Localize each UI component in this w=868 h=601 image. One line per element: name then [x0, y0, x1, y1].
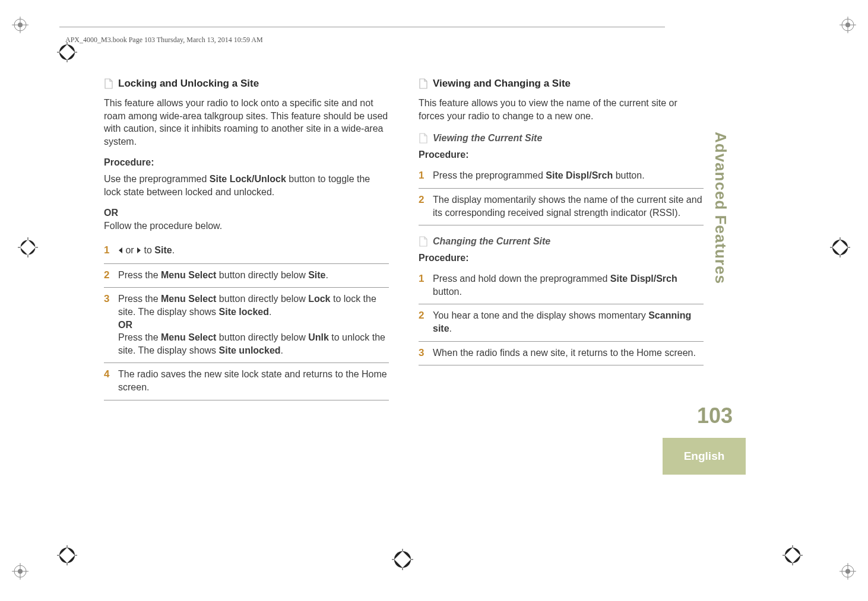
- step-item: The display momentarily shows the name o…: [419, 190, 704, 225]
- text: .: [172, 245, 175, 255]
- subsection-title: Changing the Current Site: [433, 235, 550, 248]
- registration-mark-icon: [830, 237, 850, 257]
- document-icon: [419, 133, 428, 144]
- crop-mark-icon: [840, 17, 856, 33]
- subsection-title: Viewing the Current Site: [433, 132, 542, 145]
- text: Press the: [118, 332, 161, 342]
- text: button directly below: [216, 332, 308, 342]
- procedure-label: Procedure:: [419, 252, 704, 265]
- display-text: Site locked: [219, 307, 269, 317]
- text: button.: [433, 287, 462, 297]
- text: or: [123, 245, 137, 255]
- text: Press and hold down the preprogrammed: [433, 274, 610, 284]
- registration-mark-icon: [18, 237, 38, 257]
- running-header: APX_4000_M3.book Page 103 Thursday, Marc…: [65, 36, 263, 44]
- chapter-tab-label: Advanced Features: [711, 132, 730, 284]
- step-item: You hear a tone and the display shows mo…: [419, 306, 704, 341]
- text: Press the: [118, 294, 161, 304]
- crop-mark-icon: [12, 563, 28, 580]
- page-number: 103: [697, 403, 733, 428]
- display-text: Site: [308, 270, 325, 280]
- text: Press the preprogrammed: [433, 170, 546, 180]
- side-tab: Advanced Features 103 English: [708, 89, 733, 475]
- procedure-text: Use the preprogrammed Site Lock/Unlock b…: [104, 173, 389, 198]
- language-block: English: [663, 438, 746, 475]
- registration-mark-icon: [57, 545, 77, 565]
- or-label: OR: [118, 320, 132, 330]
- button-name: Site Displ/Srch: [546, 170, 613, 180]
- text: button directly below: [216, 294, 308, 304]
- document-icon: [104, 78, 113, 89]
- display-text: Site unlocked: [219, 345, 281, 355]
- section-title: Locking and Unlocking a Site: [118, 77, 259, 91]
- page-body: Locking and Unlocking a Site This featur…: [104, 77, 704, 492]
- display-text: Unlk: [308, 332, 329, 342]
- text: to: [141, 245, 154, 255]
- display-text: Site: [154, 245, 172, 255]
- text: .: [325, 270, 328, 280]
- registration-mark-icon: [57, 42, 77, 62]
- button-name: Menu Select: [161, 294, 216, 304]
- left-column: Locking and Unlocking a Site This featur…: [104, 77, 389, 492]
- or-label: OR: [104, 206, 389, 220]
- header-rule: [59, 27, 665, 27]
- step-item: Press the Menu Select button directly be…: [104, 265, 389, 288]
- section-heading: Viewing and Changing a Site: [419, 77, 704, 91]
- step-item: The radio saves the new site lock state …: [104, 364, 389, 400]
- text: .: [269, 307, 271, 317]
- intro-text: This feature allows your radio to lock o…: [104, 97, 389, 148]
- crop-mark-icon: [840, 563, 856, 580]
- left-arrow-icon: [118, 244, 123, 257]
- registration-mark-icon: [783, 545, 803, 565]
- chapter-tab: Advanced Features: [708, 89, 733, 326]
- button-name: Site Lock/Unlock: [210, 174, 286, 184]
- text: Use the preprogrammed: [104, 174, 210, 184]
- procedure-label: Procedure:: [419, 148, 704, 161]
- right-column: Viewing and Changing a Site This feature…: [419, 77, 704, 492]
- button-name: Menu Select: [161, 270, 216, 280]
- text: Press the: [118, 270, 161, 280]
- section-heading: Locking and Unlocking a Site: [104, 77, 389, 91]
- registration-mark-icon: [392, 549, 413, 570]
- right-arrow-icon: [137, 244, 141, 257]
- intro-text: This feature allows you to view the name…: [419, 97, 704, 122]
- procedure-label: Procedure:: [104, 156, 389, 169]
- subsection-heading: Changing the Current Site: [419, 235, 704, 248]
- step-item: When the radio finds a new site, it retu…: [419, 343, 704, 366]
- step-item: or to Site.: [104, 240, 389, 264]
- text: .: [449, 323, 452, 333]
- text: .: [281, 345, 283, 355]
- step-item: Press the preprogrammed Site Displ/Srch …: [419, 166, 704, 189]
- button-name: Menu Select: [161, 332, 216, 342]
- display-text: Lock: [308, 294, 330, 304]
- section-title: Viewing and Changing a Site: [433, 77, 571, 91]
- crop-mark-icon: [12, 17, 28, 33]
- step-item: Press and hold down the preprogrammed Si…: [419, 269, 704, 304]
- subsection-heading: Viewing the Current Site: [419, 132, 704, 145]
- document-icon: [419, 236, 428, 247]
- step-item: Press the Menu Select button directly be…: [104, 289, 389, 363]
- steps-list: or to Site. Press the Menu Select button…: [104, 240, 389, 400]
- text: You hear a tone and the display shows mo…: [433, 310, 648, 320]
- document-icon: [419, 78, 428, 89]
- language-label: English: [684, 450, 725, 463]
- button-name: Site Displ/Srch: [610, 274, 677, 284]
- text: button.: [613, 170, 644, 180]
- steps-list: Press the preprogrammed Site Displ/Srch …: [419, 166, 704, 225]
- steps-list: Press and hold down the preprogrammed Si…: [419, 269, 704, 365]
- procedure-text: Follow the procedure below.: [104, 220, 389, 233]
- text: button directly below: [216, 270, 308, 280]
